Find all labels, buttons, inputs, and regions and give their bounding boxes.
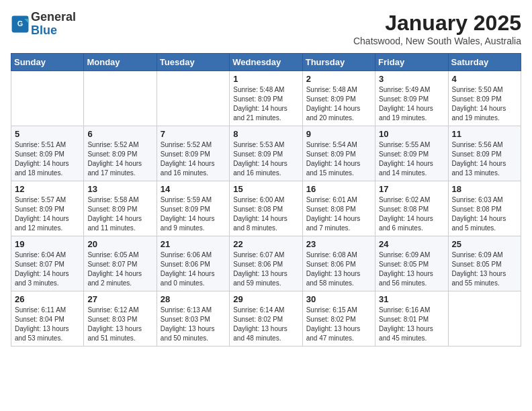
day-info: Sunrise: 6:13 AM Sunset: 8:03 PM Dayligh… xyxy=(161,306,226,343)
day-number: 28 xyxy=(161,294,226,304)
day-number: 18 xyxy=(452,184,517,194)
calendar-cell xyxy=(448,291,521,347)
day-number: 4 xyxy=(452,74,517,84)
title-block: January 2025 Chatswood, New South Wales,… xyxy=(353,11,521,46)
weekday-header-tuesday: Tuesday xyxy=(157,54,229,71)
day-number: 21 xyxy=(161,239,226,249)
day-number: 11 xyxy=(452,129,517,139)
calendar-cell: 25Sunrise: 6:09 AM Sunset: 8:05 PM Dayli… xyxy=(448,236,521,291)
calendar-cell: 8Sunrise: 5:53 AM Sunset: 8:09 PM Daylig… xyxy=(230,126,302,181)
calendar-cell: 28Sunrise: 6:13 AM Sunset: 8:03 PM Dayli… xyxy=(157,291,229,347)
day-info: Sunrise: 5:55 AM Sunset: 8:09 PM Dayligh… xyxy=(379,140,444,178)
day-info: Sunrise: 5:49 AM Sunset: 8:09 PM Dayligh… xyxy=(379,85,444,123)
day-info: Sunrise: 6:09 AM Sunset: 8:05 PM Dayligh… xyxy=(379,250,444,288)
day-number: 12 xyxy=(15,184,80,194)
calendar-cell: 9Sunrise: 5:54 AM Sunset: 8:09 PM Daylig… xyxy=(302,126,375,181)
day-info: Sunrise: 6:08 AM Sunset: 8:06 PM Dayligh… xyxy=(306,250,371,288)
weekday-header-thursday: Thursday xyxy=(302,54,375,71)
logo-icon: G xyxy=(11,15,30,34)
calendar-cell: 2Sunrise: 5:48 AM Sunset: 8:09 PM Daylig… xyxy=(302,71,375,126)
day-info: Sunrise: 6:03 AM Sunset: 8:08 PM Dayligh… xyxy=(452,195,517,233)
day-number: 20 xyxy=(87,239,152,249)
day-number: 24 xyxy=(379,239,444,249)
calendar-cell: 17Sunrise: 6:02 AM Sunset: 8:08 PM Dayli… xyxy=(375,181,448,236)
calendar-cell: 24Sunrise: 6:09 AM Sunset: 8:05 PM Dayli… xyxy=(375,236,448,291)
calendar-cell: 4Sunrise: 5:50 AM Sunset: 8:09 PM Daylig… xyxy=(448,71,521,126)
day-info: Sunrise: 5:53 AM Sunset: 8:09 PM Dayligh… xyxy=(233,140,298,178)
calendar-subtitle: Chatswood, New South Wales, Australia xyxy=(353,36,521,46)
calendar-table: SundayMondayTuesdayWednesdayThursdayFrid… xyxy=(11,53,521,347)
day-number: 7 xyxy=(161,129,226,139)
calendar-cell: 19Sunrise: 6:04 AM Sunset: 8:07 PM Dayli… xyxy=(11,236,84,291)
day-number: 17 xyxy=(379,184,444,194)
day-number: 31 xyxy=(379,294,444,304)
day-info: Sunrise: 5:52 AM Sunset: 8:09 PM Dayligh… xyxy=(161,140,226,178)
day-info: Sunrise: 5:57 AM Sunset: 8:09 PM Dayligh… xyxy=(15,195,80,233)
calendar-cell: 3Sunrise: 5:49 AM Sunset: 8:09 PM Daylig… xyxy=(375,71,448,126)
svg-text:G: G xyxy=(17,19,23,28)
day-info: Sunrise: 5:52 AM Sunset: 8:09 PM Dayligh… xyxy=(87,140,152,178)
calendar-week-2: 5Sunrise: 5:51 AM Sunset: 8:09 PM Daylig… xyxy=(11,126,521,181)
calendar-cell: 30Sunrise: 6:15 AM Sunset: 8:02 PM Dayli… xyxy=(302,291,375,347)
day-number: 23 xyxy=(306,239,371,249)
day-number: 15 xyxy=(233,184,298,194)
day-number: 29 xyxy=(233,294,298,304)
day-info: Sunrise: 6:15 AM Sunset: 8:02 PM Dayligh… xyxy=(306,306,371,343)
day-info: Sunrise: 6:14 AM Sunset: 8:02 PM Dayligh… xyxy=(233,306,298,343)
day-number: 30 xyxy=(306,294,371,304)
calendar-title: January 2025 xyxy=(353,11,521,36)
calendar-cell xyxy=(84,71,157,126)
day-number: 9 xyxy=(306,129,371,139)
calendar-cell: 21Sunrise: 6:06 AM Sunset: 8:06 PM Dayli… xyxy=(157,236,229,291)
weekday-header-sunday: Sunday xyxy=(11,54,84,71)
calendar-cell xyxy=(157,71,229,126)
weekday-header-friday: Friday xyxy=(375,54,448,71)
day-info: Sunrise: 6:11 AM Sunset: 8:04 PM Dayligh… xyxy=(15,306,80,343)
day-number: 2 xyxy=(306,74,371,84)
logo: G General Blue xyxy=(11,11,76,38)
calendar-cell: 22Sunrise: 6:07 AM Sunset: 8:06 PM Dayli… xyxy=(230,236,302,291)
calendar-week-4: 19Sunrise: 6:04 AM Sunset: 8:07 PM Dayli… xyxy=(11,236,521,291)
day-info: Sunrise: 6:12 AM Sunset: 8:03 PM Dayligh… xyxy=(87,306,152,343)
calendar-week-5: 26Sunrise: 6:11 AM Sunset: 8:04 PM Dayli… xyxy=(11,291,521,347)
page-header: G General Blue January 2025 Chatswood, N… xyxy=(11,11,521,46)
calendar-cell: 16Sunrise: 6:01 AM Sunset: 8:08 PM Dayli… xyxy=(302,181,375,236)
calendar-cell: 29Sunrise: 6:14 AM Sunset: 8:02 PM Dayli… xyxy=(230,291,302,347)
day-info: Sunrise: 5:59 AM Sunset: 8:09 PM Dayligh… xyxy=(161,195,226,233)
day-number: 19 xyxy=(15,239,80,249)
logo-line1: General xyxy=(31,11,76,24)
day-info: Sunrise: 6:04 AM Sunset: 8:07 PM Dayligh… xyxy=(15,250,80,288)
day-number: 10 xyxy=(379,129,444,139)
calendar-cell: 31Sunrise: 6:16 AM Sunset: 8:01 PM Dayli… xyxy=(375,291,448,347)
calendar-cell: 14Sunrise: 5:59 AM Sunset: 8:09 PM Dayli… xyxy=(157,181,229,236)
day-number: 25 xyxy=(452,239,517,249)
weekday-header-row: SundayMondayTuesdayWednesdayThursdayFrid… xyxy=(11,54,521,71)
day-info: Sunrise: 5:48 AM Sunset: 8:09 PM Dayligh… xyxy=(306,85,371,123)
calendar-week-3: 12Sunrise: 5:57 AM Sunset: 8:09 PM Dayli… xyxy=(11,181,521,236)
calendar-cell: 23Sunrise: 6:08 AM Sunset: 8:06 PM Dayli… xyxy=(302,236,375,291)
day-number: 6 xyxy=(87,129,152,139)
logo-text: General Blue xyxy=(31,11,76,38)
day-info: Sunrise: 6:00 AM Sunset: 8:08 PM Dayligh… xyxy=(233,195,298,233)
calendar-week-1: 1Sunrise: 5:48 AM Sunset: 8:09 PM Daylig… xyxy=(11,71,521,126)
day-info: Sunrise: 5:48 AM Sunset: 8:09 PM Dayligh… xyxy=(233,85,298,123)
calendar-cell: 20Sunrise: 6:05 AM Sunset: 8:07 PM Dayli… xyxy=(84,236,157,291)
day-number: 14 xyxy=(161,184,226,194)
day-info: Sunrise: 5:58 AM Sunset: 8:09 PM Dayligh… xyxy=(87,195,152,233)
day-number: 27 xyxy=(87,294,152,304)
day-info: Sunrise: 6:16 AM Sunset: 8:01 PM Dayligh… xyxy=(379,306,444,343)
day-number: 5 xyxy=(15,129,80,139)
day-number: 8 xyxy=(233,129,298,139)
day-number: 22 xyxy=(233,239,298,249)
day-number: 16 xyxy=(306,184,371,194)
day-info: Sunrise: 6:09 AM Sunset: 8:05 PM Dayligh… xyxy=(452,250,517,288)
logo-line2: Blue xyxy=(31,24,76,38)
day-number: 1 xyxy=(233,74,298,84)
calendar-cell: 15Sunrise: 6:00 AM Sunset: 8:08 PM Dayli… xyxy=(230,181,302,236)
day-number: 3 xyxy=(379,74,444,84)
day-info: Sunrise: 6:01 AM Sunset: 8:08 PM Dayligh… xyxy=(306,195,371,233)
weekday-header-monday: Monday xyxy=(84,54,157,71)
weekday-header-wednesday: Wednesday xyxy=(230,54,302,71)
day-number: 13 xyxy=(87,184,152,194)
calendar-cell: 13Sunrise: 5:58 AM Sunset: 8:09 PM Dayli… xyxy=(84,181,157,236)
